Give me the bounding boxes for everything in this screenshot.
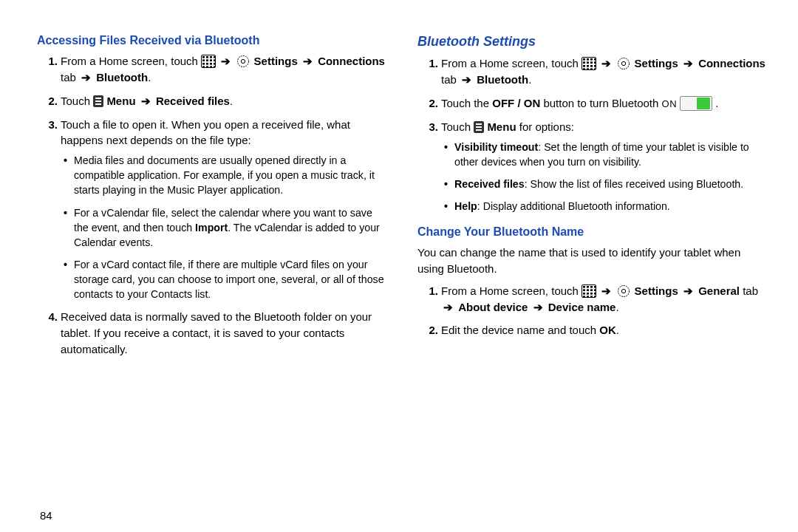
svg-point-1 xyxy=(238,56,249,67)
arrow-icon: ➔ xyxy=(462,72,471,88)
heading-change-bt-name: Change Your Bluetooth Name xyxy=(417,225,768,239)
arrow-icon: ➔ xyxy=(683,283,693,299)
left-step-4: 4. Received data is normally saved to th… xyxy=(61,309,388,357)
left-step-3: 3. Touch a file to open it. When you ope… xyxy=(61,117,388,302)
manual-page: Accessing Files Received via Bluetooth 1… xyxy=(0,0,798,532)
arrow-icon: ➔ xyxy=(81,69,91,86)
change-name-intro: You can change the name that is used to … xyxy=(417,245,768,277)
right-step-3: 3. Touch Menu for options: Visibility ti… xyxy=(441,119,768,214)
gear-icon xyxy=(236,54,250,69)
arrow-icon: ➔ xyxy=(141,93,151,109)
bullet-received: Received files: Show the list of files r… xyxy=(454,177,768,191)
change-step-2: 2. Edit the device name and touch OK. xyxy=(441,322,768,338)
right-bullets: Visibility timeout: Set the length of ti… xyxy=(441,140,768,214)
svg-point-5 xyxy=(618,285,630,296)
left-step-1: 1. From a Home screen, touch ➔ Settings … xyxy=(61,53,388,86)
bullet-media: Media files and documents are usually op… xyxy=(74,153,388,197)
change-step-1: 1. From a Home screen, touch ➔ Settings … xyxy=(441,283,768,316)
arrow-icon: ➔ xyxy=(303,53,313,69)
bullet-vcalendar: For a vCalendar file, select the calenda… xyxy=(74,205,388,250)
svg-point-3 xyxy=(618,58,630,69)
arrow-icon: ➔ xyxy=(443,299,453,316)
svg-point-0 xyxy=(242,59,245,63)
arrow-icon: ➔ xyxy=(221,53,231,69)
right-column: Bluetooth Settings 1. From a Home screen… xyxy=(417,30,768,525)
menu-icon xyxy=(93,95,103,107)
left-bullets: Media files and documents are usually op… xyxy=(61,153,388,301)
right-step-1: 1. From a Home screen, touch ➔ Settings … xyxy=(441,55,768,88)
apps-icon xyxy=(582,57,596,70)
arrow-icon: ➔ xyxy=(601,55,611,72)
svg-point-4 xyxy=(622,289,626,293)
arrow-icon: ➔ xyxy=(683,55,693,72)
page-number: 84 xyxy=(37,509,388,525)
bullet-vcard: For a vCard contact file, if there are m… xyxy=(74,257,388,301)
arrow-icon: ➔ xyxy=(601,283,611,299)
right-step-2: 2. Touch the OFF / ON button to turn Blu… xyxy=(441,95,768,112)
left-steps: 1. From a Home screen, touch ➔ Settings … xyxy=(37,53,388,365)
svg-point-2 xyxy=(622,61,626,65)
arrow-icon: ➔ xyxy=(533,299,543,316)
apps-icon xyxy=(201,55,216,68)
gear-icon xyxy=(616,56,631,71)
left-step-2: 2. Touch Menu ➔ Received files. xyxy=(61,93,388,109)
menu-icon xyxy=(474,121,484,133)
bullet-visibility: Visibility timeout: Set the length of ti… xyxy=(454,140,768,169)
right-steps-bt-settings: 1. From a Home screen, touch ➔ Settings … xyxy=(417,55,768,221)
heading-accessing-files: Accessing Files Received via Bluetooth xyxy=(37,34,388,47)
heading-bluetooth-settings: Bluetooth Settings xyxy=(417,34,768,50)
left-column: Accessing Files Received via Bluetooth 1… xyxy=(37,30,388,525)
bullet-help: Help: Display additional Bluetooth infor… xyxy=(454,199,768,214)
apps-icon xyxy=(582,284,596,298)
toggle-on-icon xyxy=(680,96,712,111)
right-steps-change-name: 1. From a Home screen, touch ➔ Settings … xyxy=(417,283,768,347)
gear-icon xyxy=(616,284,631,299)
